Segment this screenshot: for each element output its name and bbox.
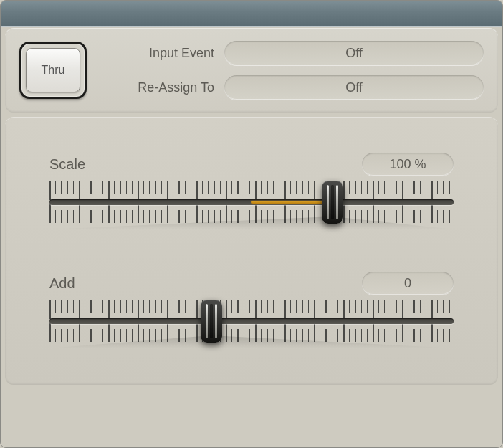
top-panel: Thru Input Event Off Re-Assign To Off [5, 28, 498, 113]
label-reassign-to: Re-Assign To [107, 80, 214, 95]
scale-head: Scale 100 % [49, 153, 454, 176]
scale-value[interactable]: 100 % [362, 153, 454, 176]
add-value[interactable]: 0 [362, 272, 454, 295]
add-value-text: 0 [404, 276, 411, 291]
param-rows: Input Event Off Re-Assign To Off [107, 41, 484, 100]
thru-label: Thru [42, 64, 65, 77]
label-input-event: Input Event [107, 46, 214, 61]
select-input-event-value: Off [345, 46, 363, 61]
slider-panel: Scale 100 % Add [5, 117, 498, 385]
select-reassign-to[interactable]: Off [224, 75, 484, 100]
add-slider[interactable] [49, 300, 454, 342]
add-knob[interactable] [201, 300, 222, 343]
plugin-window: Thru Input Event Off Re-Assign To Off Sc… [0, 0, 503, 448]
select-input-event[interactable]: Off [224, 41, 484, 65]
select-reassign-to-value: Off [345, 80, 363, 95]
row-reassign-to: Re-Assign To Off [107, 75, 484, 100]
add-label: Add [49, 275, 75, 292]
scale-slider[interactable] [49, 181, 454, 223]
add-head: Add 0 [49, 272, 454, 295]
scale-value-text: 100 % [389, 157, 426, 172]
thru-button[interactable]: Thru [26, 48, 80, 92]
thru-frame: Thru [19, 42, 87, 99]
scale-fill [252, 201, 332, 204]
scale-label: Scale [49, 156, 85, 173]
add-rail [49, 318, 454, 324]
add-block: Add 0 [49, 272, 454, 342]
titlebar[interactable] [1, 1, 502, 27]
row-input-event: Input Event Off [107, 41, 484, 65]
scale-block: Scale 100 % [49, 153, 454, 223]
scale-knob[interactable] [322, 181, 343, 224]
